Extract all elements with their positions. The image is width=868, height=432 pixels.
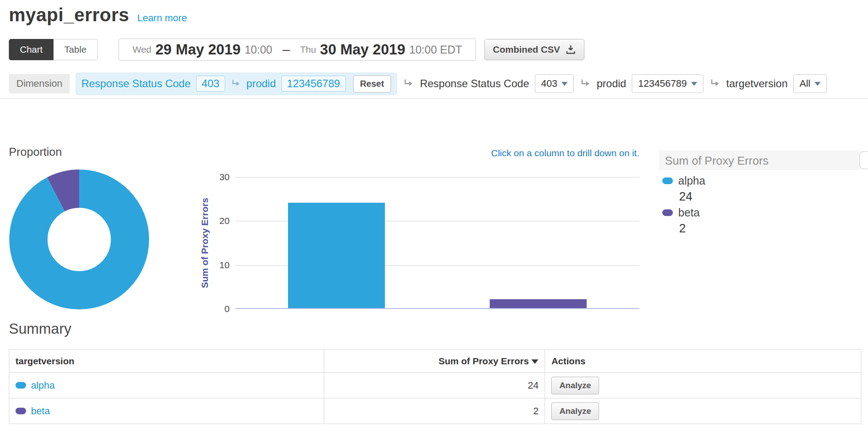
breadcrumb-value[interactable]: 123456789	[281, 76, 346, 92]
report-page: myapi_errors Learn more Chart Table Wed …	[0, 0, 868, 432]
page-title: myapi_errors	[9, 4, 129, 26]
series-swatch	[15, 408, 26, 414]
legend-item-beta[interactable]: beta	[659, 204, 862, 220]
download-icon	[565, 44, 576, 55]
y-axis-ticks: 0102030	[190, 177, 230, 309]
cell-sum-value: 24	[324, 373, 545, 398]
branch-arrow-icon	[580, 78, 591, 89]
series-swatch	[15, 382, 26, 389]
selector-label: targetversion	[726, 77, 788, 90]
bar-beta[interactable]	[490, 299, 587, 308]
y-tick-label: 10	[219, 259, 230, 271]
branch-arrow-icon	[230, 78, 241, 89]
drilldown-breadcrumb: Response Status Code 403 prodid 12345678…	[76, 73, 397, 95]
combined-csv-label: Combined CSV	[493, 44, 560, 55]
tab-table[interactable]: Table	[54, 39, 97, 60]
x-axis-line	[235, 308, 639, 309]
branch-arrow-icon	[709, 78, 721, 89]
filter-bar: Dimension Response Status Code 403 prodi…	[9, 73, 859, 94]
branch-arrow-icon	[403, 78, 414, 89]
gridline	[235, 177, 639, 177]
targetversion-link[interactable]: alpha	[31, 380, 55, 391]
combined-csv-button[interactable]: Combined CSV	[484, 39, 584, 60]
y-tick-label: 30	[219, 171, 230, 183]
targetversion-link[interactable]: beta	[31, 405, 50, 417]
selector-value: 123456789	[638, 78, 687, 89]
dimension-label: Dimension	[9, 74, 70, 93]
reset-button[interactable]: Reset	[353, 75, 391, 93]
start-day: Wed	[132, 44, 151, 55]
date-range-picker[interactable]: Wed 29 May 2019 10:00 – Thu 30 May 2019 …	[119, 39, 476, 61]
learn-more-link[interactable]: Learn more	[137, 12, 187, 24]
proportion-donut-chart	[9, 169, 150, 310]
end-day: Thu	[300, 44, 316, 55]
legend-swatch	[662, 177, 673, 184]
legend-swatch	[662, 209, 673, 216]
cell-targetversion: alpha	[9, 373, 324, 398]
bar-alpha[interactable]	[288, 203, 385, 308]
section-divider	[0, 98, 868, 99]
column-header-targetversion: targetversion	[9, 350, 324, 373]
legend-items: alpha 24 beta 2	[659, 173, 862, 236]
analyze-button[interactable]: Analyze	[551, 377, 599, 394]
breadcrumb-label[interactable]: Response Status Code	[81, 77, 191, 90]
selector-label: Response Status Code	[420, 77, 529, 90]
drilldown-hint: Click on a column to drill down on it.	[491, 148, 639, 158]
breadcrumb-label[interactable]: prodid	[246, 77, 276, 90]
summary-header-row: targetversion Sum of Proxy Errors Action…	[9, 350, 861, 373]
legend-item-value: 2	[659, 220, 862, 236]
date-range-separator: –	[282, 42, 290, 57]
summary-title: Summary	[9, 320, 71, 337]
cell-actions: Analyze	[545, 398, 861, 424]
sort-desc-icon	[531, 359, 538, 364]
proportion-title: Proportion	[9, 145, 62, 159]
tab-chart[interactable]: Chart	[9, 39, 54, 60]
legend-item-alpha[interactable]: alpha	[659, 173, 862, 189]
legend-item-label: alpha	[678, 174, 705, 187]
selector-value: All	[799, 78, 810, 89]
header: myapi_errors Learn more	[9, 4, 187, 26]
bar-chart-plot	[235, 177, 639, 309]
caret-down-icon	[691, 82, 697, 86]
legend-title: Sum of Proxy Errors	[659, 150, 862, 170]
selector-dropdown-prodid[interactable]: 123456789	[632, 74, 703, 93]
cell-sum-value: 2	[324, 398, 545, 424]
cell-targetversion: beta	[9, 398, 324, 424]
y-tick-label: 20	[219, 215, 230, 227]
start-date: 29 May 2019	[155, 41, 241, 58]
table-row-alpha: alpha 24 Analyze	[9, 373, 861, 398]
legend-item-label: beta	[678, 206, 700, 219]
analyze-button[interactable]: Analyze	[551, 402, 599, 420]
table-row-beta: beta 2 Analyze	[9, 398, 861, 424]
selector-label: prodid	[597, 77, 626, 90]
donut-svg	[9, 169, 150, 310]
end-time: 10:00 EDT	[409, 43, 462, 56]
cell-actions: Analyze	[545, 373, 861, 398]
y-tick-label: 0	[224, 303, 230, 315]
panel-edge-pill	[860, 151, 868, 169]
start-time: 10:00	[245, 43, 273, 56]
end-date: 30 May 2019	[320, 41, 405, 58]
caret-down-icon	[561, 82, 568, 86]
caret-down-icon	[814, 82, 821, 86]
legend-panel: Sum of Proxy Errors alpha 24 beta 2	[659, 150, 862, 236]
column-header-label: Sum of Proxy Errors	[438, 356, 529, 366]
view-toggle: Chart Table	[9, 39, 98, 60]
selector-dropdown-targetversion[interactable]: All	[793, 74, 826, 93]
selector-value: 403	[541, 78, 557, 89]
legend-item-value: 24	[659, 189, 862, 204]
column-header-actions: Actions	[545, 350, 861, 373]
breadcrumb-value[interactable]: 403	[196, 76, 225, 92]
summary-table: targetversion Sum of Proxy Errors Action…	[9, 349, 861, 424]
column-header-sum-proxy-errors[interactable]: Sum of Proxy Errors	[324, 350, 545, 373]
selector-dropdown-response-status-code[interactable]: 403	[535, 74, 574, 93]
